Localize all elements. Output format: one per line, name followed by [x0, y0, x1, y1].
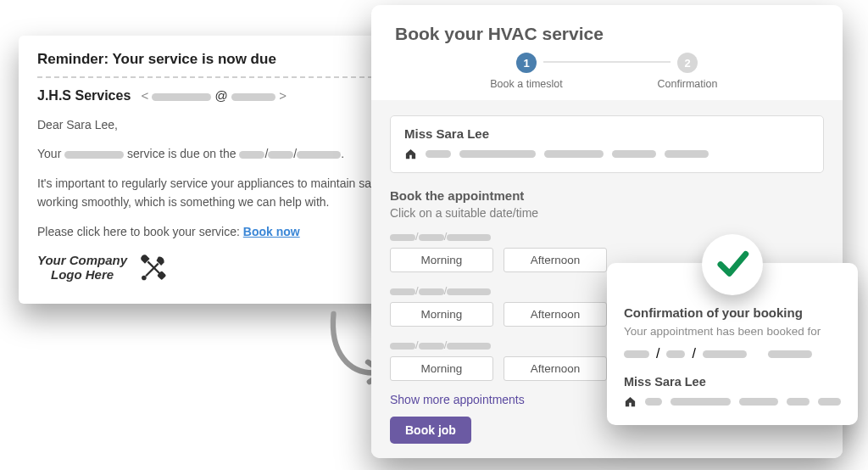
confirmation-date-row: // [624, 346, 841, 361]
confirmation-card: Confirmation of your booking Your appoin… [607, 263, 858, 425]
section-heading: Book the appointment [390, 188, 824, 203]
text: service is due on the [127, 147, 239, 160]
slot-morning-button[interactable]: Morning [390, 248, 493, 272]
angle-close: > [279, 88, 287, 103]
redacted-text [787, 398, 810, 406]
redacted-text [231, 93, 275, 101]
redacted-text [447, 288, 491, 295]
slot-morning-button[interactable]: Morning [390, 356, 493, 381]
slot-morning-button[interactable]: Morning [390, 302, 493, 327]
redacted-text [703, 350, 747, 358]
redacted-text [297, 151, 341, 159]
angle-open: < [141, 88, 148, 103]
redacted-text [665, 150, 709, 158]
redacted-text [390, 234, 415, 241]
house-icon [404, 148, 417, 160]
redacted-text [447, 234, 491, 241]
redacted-text [419, 288, 444, 295]
confirmation-address-row [624, 395, 841, 408]
customer-name: Miss Sara Lee [404, 126, 810, 141]
success-badge [702, 234, 763, 295]
redacted-text [544, 150, 604, 158]
text: Logo Here [37, 268, 127, 283]
redacted-text [447, 343, 491, 350]
slot-afternoon-button[interactable]: Afternoon [504, 248, 607, 272]
checkmark-icon [715, 245, 750, 284]
redacted-text [624, 350, 649, 358]
redacted-text [739, 398, 778, 406]
section-subheading: Click on a suitable date/time [390, 206, 824, 220]
step-1: 1 Book a timeslot [446, 53, 607, 90]
redacted-text [768, 350, 812, 358]
redacted-text [459, 150, 536, 158]
text: . [341, 147, 344, 160]
at-symbol: @ [215, 88, 231, 103]
redacted-text [645, 398, 662, 406]
tools-icon [137, 251, 168, 285]
redacted-text [268, 151, 293, 159]
booking-title: Book your HVAC service [371, 5, 843, 51]
svg-point-3 [142, 276, 147, 281]
company-logo-placeholder: Your Company Logo Here [37, 254, 127, 282]
redacted-text [426, 150, 451, 158]
redacted-text [612, 150, 656, 158]
step-2: 2 Confirmation [607, 53, 768, 90]
text: Please click here to book your service: [37, 225, 243, 238]
step-2-label: Confirmation [658, 78, 718, 90]
slot-afternoon-button[interactable]: Afternoon [504, 302, 607, 327]
house-icon [624, 395, 637, 408]
confirmation-title: Confirmation of your booking [624, 305, 841, 320]
text: Your [37, 147, 64, 160]
book-job-button[interactable]: Book job [390, 417, 471, 444]
redacted-text [390, 343, 415, 350]
date-tag: // [390, 230, 824, 243]
redacted-text [64, 151, 124, 159]
confirmation-subtitle: Your appointment has been booked for [624, 325, 841, 338]
redacted-text [818, 398, 841, 406]
confirmation-customer-name: Miss Sara Lee [624, 375, 841, 389]
customer-card: Miss Sara Lee [390, 115, 824, 173]
redacted-text [419, 343, 444, 350]
slot-afternoon-button[interactable]: Afternoon [504, 356, 607, 381]
book-now-link[interactable]: Book now [243, 225, 300, 238]
redacted-text [239, 151, 264, 159]
customer-address-row [404, 148, 810, 160]
redacted-text [670, 398, 731, 406]
redacted-text [666, 350, 685, 358]
redacted-text [390, 288, 415, 295]
step-1-label: Book a timeslot [490, 78, 562, 90]
redacted-text [152, 93, 211, 101]
redacted-text [419, 234, 444, 241]
step-2-dot: 2 [677, 53, 698, 73]
text: Your Company [37, 254, 127, 268]
stepper: 1 Book a timeslot 2 Confirmation [371, 51, 843, 100]
step-1-dot: 1 [516, 53, 537, 73]
sender-company: J.H.S Services [37, 88, 131, 103]
